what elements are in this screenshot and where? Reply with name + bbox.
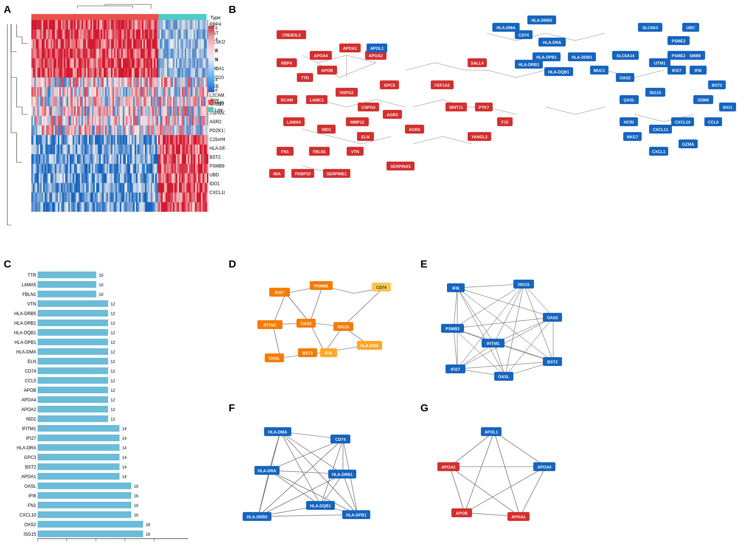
svg-text:12: 12 [111, 311, 115, 316]
svg-text:L1CAM: L1CAM [209, 93, 224, 98]
svg-text:16: 16 [134, 484, 138, 488]
legend-low-label: Low [215, 107, 223, 113]
scale-0: 0 [215, 57, 218, 62]
svg-text:LAMA5: LAMA5 [287, 120, 301, 124]
svg-line-36 [575, 33, 605, 41]
svg-line-394 [450, 467, 465, 513]
svg-text:HLA-DPB1: HLA-DPB1 [536, 55, 557, 59]
svg-text:RBP4: RBP4 [281, 61, 292, 65]
svg-rect-217 [38, 387, 108, 393]
svg-text:F10: F10 [502, 120, 509, 124]
network-g-edges [450, 432, 546, 516]
svg-line-282 [273, 325, 280, 358]
svg-line-391 [465, 432, 494, 513]
svg-text:12: 12 [111, 340, 115, 345]
svg-text:APOA4: APOA4 [314, 53, 328, 58]
svg-line-331 [505, 317, 553, 376]
svg-text:OASL: OASL [498, 374, 510, 379]
svg-text:IFI6: IFI6 [28, 493, 36, 498]
svg-text:APOB: APOB [321, 68, 333, 73]
legend-low-swatch [208, 107, 214, 112]
svg-text:HLA-DPB1: HLA-DPB1 [346, 513, 367, 517]
svg-text:CREB3L3: CREB3L3 [282, 33, 301, 37]
svg-line-44 [634, 114, 664, 122]
svg-text:BCAM: BCAM [281, 98, 293, 102]
svg-text:BST2: BST2 [302, 351, 313, 355]
svg-line-360 [269, 439, 343, 470]
panel-c: C TTR 10 LAMA5 10 FBLN1 10 [4, 258, 218, 542]
svg-text:IFI27: IFI27 [26, 436, 37, 441]
svg-text:SLC9A3: SLC9A3 [642, 25, 658, 30]
svg-text:16: 16 [134, 494, 138, 498]
svg-text:SERPINA5: SERPINA5 [390, 164, 410, 169]
svg-rect-223 [38, 406, 108, 412]
svg-line-39 [546, 107, 575, 114]
svg-text:NID1: NID1 [322, 127, 331, 132]
svg-text:12: 12 [111, 331, 115, 335]
svg-line-47 [435, 63, 465, 70]
svg-text:NID1: NID1 [26, 417, 37, 422]
svg-text:APOA1: APOA1 [343, 46, 357, 51]
svg-text:HLA-DRB5: HLA-DRB5 [247, 515, 267, 519]
svg-text:14: 14 [122, 446, 126, 450]
svg-line-37 [487, 70, 516, 77]
svg-text:CD74: CD74 [335, 437, 346, 442]
svg-text:HLA-DQB1: HLA-DQB1 [310, 504, 331, 508]
svg-text:PSMB8: PSMB8 [314, 284, 328, 288]
svg-text:HLA-DRB5: HLA-DRB5 [531, 18, 552, 23]
svg-line-46 [406, 63, 435, 70]
scale-4: 4 [215, 37, 218, 41]
svg-rect-241 [38, 463, 119, 470]
panel-a: A Type // We'll draw this in JS below [4, 4, 225, 255]
svg-line-390 [494, 432, 546, 467]
svg-text:QASL: QASL [624, 98, 635, 102]
bar-chart-content: TTR 10 LAMA5 10 FBLN1 10 VTN 12 [14, 272, 188, 542]
svg-text:FBLN1: FBLN1 [22, 292, 37, 297]
svg-line-311 [454, 288, 457, 328]
svg-text:IFI27: IFI27 [275, 290, 284, 295]
svg-text:IFITM1: IFITM1 [264, 323, 277, 327]
svg-text:PSMB3: PSMB3 [445, 326, 460, 331]
svg-text:16: 16 [134, 503, 138, 508]
svg-rect-259 [38, 521, 143, 528]
svg-text:12: 12 [111, 398, 115, 402]
svg-text:HLA-DMA: HLA-DMA [16, 349, 36, 355]
svg-text:C15orf48: C15orf48 [209, 137, 225, 142]
dendrogram-left [7, 24, 28, 225]
svg-line-322 [505, 284, 524, 376]
svg-text:APOA2: APOA2 [441, 465, 455, 469]
svg-rect-208 [38, 358, 108, 364]
network-g-svg: APOL1 APOA2 APOA4 APOB APOA1 [420, 402, 586, 542]
svg-rect-247 [38, 483, 131, 489]
svg-text:12: 12 [111, 388, 115, 393]
svg-line-26 [376, 100, 406, 107]
svg-text:IDO1: IDO1 [209, 181, 220, 186]
svg-text:APOA4: APOA4 [537, 465, 552, 469]
svg-text:APOB: APOB [456, 511, 468, 515]
svg-text:CXCL10: CXCL10 [209, 190, 225, 195]
svg-text:HLA-DRB1: HLA-DRB1 [519, 62, 539, 67]
svg-text:HLA-DRB1: HLA-DRB1 [14, 321, 37, 326]
panel-g: G APOL1 APOA2 APOA4 [420, 402, 586, 542]
svg-text:GPC3: GPC3 [384, 83, 395, 87]
svg-text:MIA: MIA [273, 172, 281, 176]
svg-text:GZMA: GZMA [682, 142, 694, 146]
svg-text:LAMA5: LAMA5 [22, 282, 37, 287]
svg-text:12: 12 [111, 379, 115, 383]
svg-rect-205 [38, 348, 108, 355]
svg-rect-244 [38, 473, 119, 480]
svg-text:CCL6: CCL6 [708, 120, 719, 124]
svg-text:14: 14 [122, 436, 126, 440]
panel-f: F HLA-DMA [229, 402, 413, 542]
svg-text:PSME2: PSME2 [672, 53, 685, 58]
svg-text:OASL: OASL [269, 356, 280, 360]
svg-text:CD74: CD74 [25, 369, 36, 374]
svg-text:HLA-DMA: HLA-DMA [268, 430, 287, 434]
svg-text:IFITM1: IFITM1 [22, 426, 36, 431]
svg-text:HLA-DRA: HLA-DRA [258, 469, 276, 473]
svg-text:AGR2: AGR2 [209, 119, 222, 124]
svg-text:HCRI: HCRI [624, 120, 634, 124]
svg-rect-253 [38, 502, 131, 508]
svg-rect-196 [38, 319, 108, 326]
svg-text:AGR2: AGR2 [409, 127, 420, 132]
